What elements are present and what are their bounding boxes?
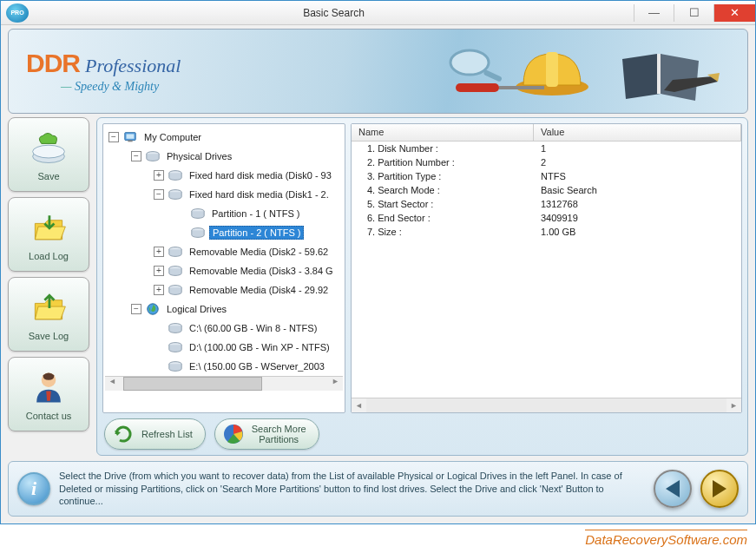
close-button[interactable]: ✕	[713, 4, 755, 22]
save-label: Save	[37, 171, 59, 181]
tree-label: E:\ (150.00 GB - WServer_2003	[187, 360, 327, 372]
detail-value: 3409919	[534, 213, 741, 223]
details-list: Name Value 1. Disk Number :12. Partition…	[351, 123, 742, 413]
tree-physical-disk[interactable]: +Removable Media (Disk4 - 29.92	[105, 280, 343, 300]
main-panel: −My Computer−Physical Drives+Fixed hard …	[96, 117, 748, 456]
detail-value: 2	[534, 157, 741, 168]
save-log-label: Save Log	[29, 331, 69, 341]
tree-logical-drive[interactable]: D:\ (100.00 GB - Win XP - NTFS)	[105, 338, 343, 357]
details-row[interactable]: 6. End Sector :3409919	[352, 211, 741, 225]
minimize-button[interactable]: —	[634, 4, 674, 22]
footer-message: Select the Drive (from which you want to…	[59, 470, 645, 509]
details-row[interactable]: 5. Start Sector :1312768	[352, 197, 741, 211]
info-icon: i	[17, 472, 50, 505]
sidebar: Save Load Log Save Log Contact us	[8, 117, 89, 456]
refresh-list-button[interactable]: Refresh List	[104, 418, 206, 450]
search-more-partitions-button[interactable]: Search MorePartitions	[214, 418, 319, 450]
tree-physical-disk[interactable]: +Removable Media (Disk2 - 59.62	[105, 242, 343, 261]
pen-icon	[661, 69, 721, 95]
tree-toggle-icon[interactable]: −	[131, 151, 141, 161]
tree-logical-drive[interactable]: E:\ (150.00 GB - WServer_2003	[105, 357, 343, 376]
save-button[interactable]: Save	[8, 117, 89, 192]
tree-toggle-icon[interactable]: +	[154, 285, 164, 295]
tree-label: Partition - 1 ( NTFS )	[209, 207, 302, 220]
tree-logical-drive[interactable]: C:\ (60.00 GB - Win 8 - NTFS)	[105, 319, 343, 338]
scroll-track[interactable]	[366, 398, 726, 412]
scroll-right-icon[interactable]: ►	[328, 377, 343, 391]
scroll-right-icon[interactable]: ►	[726, 401, 741, 410]
disk-icon	[168, 188, 183, 201]
col-name[interactable]: Name	[352, 124, 534, 141]
tree-partition[interactable]: Partition - 1 ( NTFS )	[105, 204, 343, 223]
detail-name: 3. Partition Type :	[352, 171, 534, 181]
tree-label: Fixed hard disk media (Disk0 - 93	[187, 169, 334, 181]
maximize-button[interactable]: ☐	[674, 4, 713, 22]
tree-label: D:\ (100.00 GB - Win XP - NTFS)	[187, 341, 332, 353]
details-row[interactable]: 1. Disk Number :1	[352, 142, 741, 155]
load-log-button[interactable]: Load Log	[8, 197, 89, 272]
detail-name: 7. Size :	[352, 227, 534, 237]
load-log-icon	[29, 207, 69, 247]
tree-toggle-icon[interactable]: +	[154, 266, 164, 276]
app-window: PRO Basic Search — ☐ ✕ DDR Professional …	[0, 0, 756, 524]
drive-tree[interactable]: −My Computer−Physical Drives+Fixed hard …	[102, 123, 345, 413]
tree-hscroll[interactable]: ◄►	[105, 376, 343, 391]
details-hscroll[interactable]: ◄ ►	[352, 398, 741, 412]
scroll-left-icon[interactable]: ◄	[105, 377, 120, 391]
scroll-thumb[interactable]	[123, 377, 262, 391]
tree-root[interactable]: −My Computer	[105, 128, 343, 147]
tree-toggle-icon[interactable]: −	[108, 132, 119, 142]
tree-label: C:\ (60.00 GB - Win 8 - NTFS)	[187, 322, 319, 334]
svg-rect-11	[128, 141, 132, 142]
col-value[interactable]: Value	[534, 124, 741, 141]
tree-label: My Computer	[141, 131, 204, 143]
disk-icon	[190, 226, 206, 240]
watermark: DataRecoverySoftware.com	[585, 530, 747, 547]
tree-toggle-icon[interactable]: +	[154, 247, 164, 257]
detail-name: 4. Search Mode :	[352, 185, 534, 195]
disk-icon	[168, 321, 183, 335]
svg-rect-5	[499, 86, 544, 89]
disk-icon	[168, 168, 183, 182]
tree-label: Removable Media (Disk2 - 59.62	[187, 246, 331, 258]
disk-icon	[168, 283, 183, 297]
banner: DDR Professional Speedy & Mighty	[8, 29, 748, 114]
save-icon	[29, 128, 69, 168]
svg-rect-3	[546, 52, 558, 87]
load-log-label: Load Log	[29, 251, 69, 261]
details-header[interactable]: Name Value	[352, 124, 741, 142]
tree-physical-drives[interactable]: −Physical Drives	[105, 147, 343, 166]
details-row[interactable]: 2. Partition Number :2	[352, 155, 741, 169]
details-row[interactable]: 7. Size :1.00 GB	[352, 225, 741, 239]
tree-toggle-icon[interactable]: −	[154, 189, 164, 200]
computer-icon	[122, 130, 138, 144]
tree-partition[interactable]: Partition - 2 ( NTFS )	[105, 223, 343, 242]
screwdriver-icon	[452, 71, 548, 106]
window-title: Basic Search	[34, 7, 634, 19]
svg-rect-10	[127, 134, 135, 138]
scroll-left-icon[interactable]: ◄	[352, 401, 366, 410]
tree-toggle-icon[interactable]: +	[154, 170, 164, 181]
disk-icon	[168, 264, 183, 278]
tree-toggle-icon[interactable]: −	[131, 304, 141, 314]
save-log-button[interactable]: Save Log	[8, 277, 89, 352]
tree-physical-disk[interactable]: +Removable Media (Disk3 - 3.84 G	[105, 261, 343, 280]
globe-icon	[145, 302, 161, 316]
contact-label: Contact us	[26, 411, 72, 421]
refresh-label: Refresh List	[141, 429, 193, 439]
tree-physical-disk[interactable]: +Fixed hard disk media (Disk0 - 93	[105, 166, 343, 185]
app-icon: PRO	[6, 3, 29, 23]
contact-us-button[interactable]: Contact us	[8, 357, 89, 431]
details-row[interactable]: 4. Search Mode :Basic Search	[352, 183, 741, 197]
detail-name: 1. Disk Number :	[352, 143, 534, 154]
tree-physical-disk[interactable]: −Fixed hard disk media (Disk1 - 2.	[105, 185, 343, 204]
details-row[interactable]: 3. Partition Type :NTFS	[352, 169, 741, 183]
footer-panel: i Select the Drive (from which you want …	[8, 461, 748, 517]
disk-icon	[145, 149, 161, 163]
tagline: Speedy & Mighty	[61, 80, 181, 94]
searchmore-label: Search MorePartitions	[252, 424, 306, 444]
back-button[interactable]	[654, 470, 692, 508]
tree-logical-drives[interactable]: −Logical Drives	[105, 300, 343, 319]
next-button[interactable]	[700, 470, 739, 508]
tree-label: Removable Media (Disk4 - 29.92	[187, 284, 331, 296]
